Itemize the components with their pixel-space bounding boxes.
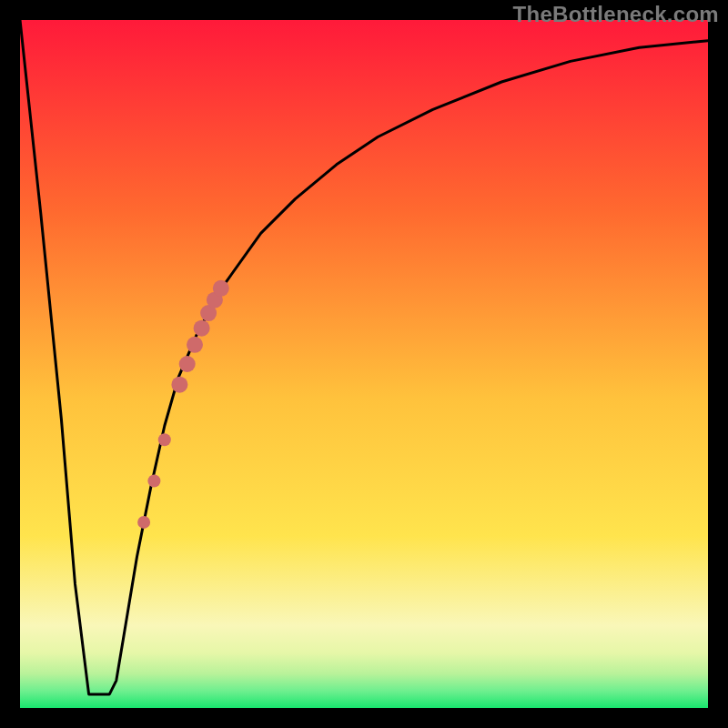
curve-marker [194,320,210,337]
chart-frame: TheBottleneck.com [0,0,728,728]
curve-marker [187,337,203,353]
chart-svg [20,20,708,708]
curve-marker [179,356,196,372]
curve-marker [158,433,171,446]
curve-marker [147,475,160,488]
plot-area [20,20,708,708]
curve-marker [213,280,229,297]
gradient-background [20,20,708,708]
curve-marker [171,377,187,393]
curve-marker [137,516,150,529]
watermark-text: TheBottleneck.com [513,2,719,27]
